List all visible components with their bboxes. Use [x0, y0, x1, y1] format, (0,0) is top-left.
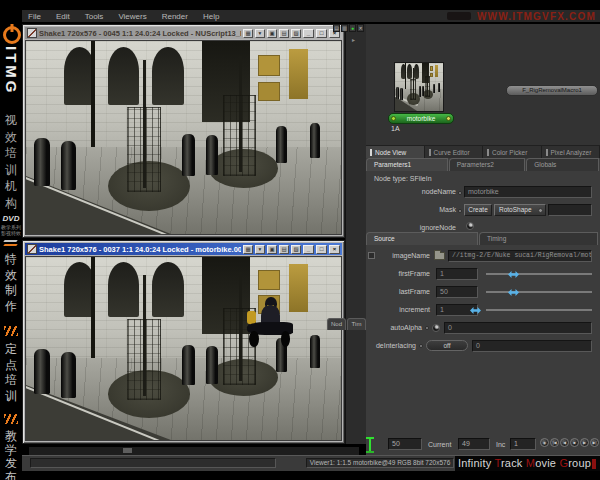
autoalpha-toggle[interactable]	[432, 324, 440, 332]
tab-globals[interactable]: Globals	[526, 158, 599, 171]
mask-input-field[interactable]	[548, 204, 592, 216]
tab-time-mini[interactable]: Tim	[347, 318, 366, 330]
firstframe-slider-track	[486, 273, 592, 275]
slash-icon	[4, 326, 18, 336]
scroll-arrow-icon[interactable]: ▸	[352, 36, 355, 43]
imagename-field[interactable]: //itmg-2/E/Nuke sucai/RigRemoval/motorbi…	[448, 250, 592, 262]
scene-bollard	[422, 86, 424, 96]
viewer-tool-icon-1[interactable]: ▦	[243, 29, 253, 38]
tab-node-mini[interactable]: Nod	[327, 318, 346, 330]
scene-bollard	[34, 349, 50, 395]
viewer1-image[interactable]	[25, 40, 342, 235]
tab-node-view[interactable]: Node View	[366, 146, 425, 158]
viewer2-titlebar[interactable]: Shake1 720x576 - 0037 1:1 24.0:24 Locked…	[25, 243, 342, 255]
sidebar-tagline: 视 效 培 训 机 构	[0, 112, 22, 211]
pane-split-icon[interactable]: ▥	[341, 24, 348, 32]
mask-cycle-icon[interactable]	[538, 208, 543, 213]
deinterlacing-expander-icon[interactable]	[419, 344, 423, 348]
viewer-tool-icon-1[interactable]: ▦	[243, 245, 253, 254]
end-frame-field[interactable]: 50	[388, 438, 422, 450]
status-bar: Viewer1: 1:1.5 motorbike@49 RGB 8bit 720…	[22, 455, 600, 471]
street-scene-frame-45	[26, 41, 341, 234]
street-scene-frame-37	[26, 257, 341, 440]
loop-button[interactable]: ◉	[540, 438, 549, 447]
scene-bollard	[61, 141, 77, 189]
increment-tb-field[interactable]: 1	[510, 438, 536, 450]
node-motorbike[interactable]: motorbike	[388, 113, 454, 124]
tab-source[interactable]: Source	[366, 232, 478, 245]
playhead-marker[interactable]	[369, 437, 371, 453]
ignorenode-toggle[interactable]	[466, 222, 474, 230]
scene-arched-window	[108, 262, 140, 317]
scene-bollard	[438, 83, 440, 92]
current-frame-field[interactable]: 49	[458, 438, 490, 450]
timeline-handle[interactable]	[123, 448, 132, 453]
folder-browse-icon[interactable]	[434, 252, 445, 260]
tab-timing[interactable]: Timing	[479, 232, 598, 245]
mask-label: Mask	[366, 206, 456, 213]
viewer1-titlebar[interactable]: Shake1 720x576 - 0045 1:1 24.0:24 Locked…	[25, 27, 342, 39]
viewer-tool-icon-5[interactable]: ▧	[291, 29, 301, 38]
autoalpha-expander-icon[interactable]	[425, 326, 429, 330]
play-forward-button[interactable]: ▶	[580, 438, 589, 447]
node-thumbnail[interactable]	[394, 62, 444, 112]
viewer-tool-icon-2[interactable]: ▾	[255, 245, 265, 254]
viewer-tool-icon-3[interactable]: ▣	[267, 29, 277, 38]
viewer1-window: Shake1 720x576 - 0045 1:1 24.0:24 Locked…	[22, 24, 345, 238]
scene-gold-plaque	[435, 65, 438, 77]
go-end-button[interactable]: ▶|	[590, 438, 599, 447]
pane-layout-icon[interactable]: ▤	[333, 24, 340, 32]
viewer2-title: Shake1 720x576 - 0037 1:1 24.0:24 Locked…	[39, 245, 241, 254]
maximize-button[interactable]: □	[316, 29, 327, 38]
sidebar-text-course-release: 教 学 发 布	[0, 430, 22, 480]
scene-motorbike-rider	[247, 297, 294, 348]
viewer-tool-icon-4[interactable]: ▤	[279, 245, 289, 254]
node-rigremoval-macro[interactable]: F_RigRemovalMacro1	[506, 85, 598, 96]
nodename-field[interactable]: motorbike	[464, 186, 592, 198]
scene-gold-plaque	[258, 55, 280, 76]
go-start-button[interactable]: |◀	[550, 438, 559, 447]
scene-arched-window	[152, 47, 184, 105]
viewer-tool-icon-4[interactable]: ▤	[279, 29, 289, 38]
pane-control-icons: ▤ ▥ ● ✕	[333, 24, 364, 32]
menu-help[interactable]: Help	[203, 12, 219, 21]
play-backward-button[interactable]: ◀	[560, 438, 569, 447]
scene-arched-window	[407, 64, 412, 78]
viewer-tool-icon-5[interactable]: ▧	[291, 245, 301, 254]
menu-render[interactable]: Render	[162, 12, 188, 21]
menu-edit[interactable]: Edit	[56, 12, 70, 21]
close-button[interactable]: ×	[329, 245, 340, 254]
mask-shape-dropdown[interactable]: RotoShape	[494, 204, 546, 216]
tab-color-picker[interactable]: Color Picker	[483, 146, 542, 158]
nodename-expander-icon[interactable]	[458, 191, 462, 195]
viewer2-image[interactable]	[25, 256, 342, 441]
parameter-tabs: Parameters1 Parameters2 Globals	[366, 158, 600, 171]
pane-divider-strip[interactable]: ▸	[345, 24, 367, 444]
stop-button[interactable]: ■	[570, 438, 579, 447]
lastframe-field[interactable]: 50	[436, 286, 478, 298]
mask-create-button[interactable]: Create	[464, 204, 492, 216]
workspace-tabs: Node View Curve Editor Color Picker Pixe…	[366, 146, 600, 158]
tab-curve-editor[interactable]: Curve Editor	[425, 146, 484, 158]
node-view-canvas[interactable]: motorbike 1A F_RigRemovalMacro1	[366, 24, 600, 146]
maximize-button[interactable]: □	[316, 245, 327, 254]
scene-bollard	[396, 87, 398, 99]
menu-file[interactable]: File	[28, 12, 41, 21]
tab-parameters2[interactable]: Parameters2	[449, 158, 526, 171]
viewer-tool-icon-2[interactable]: ▾	[255, 29, 265, 38]
menu-viewers[interactable]: Viewers	[118, 12, 146, 21]
deinterlacing-field[interactable]: 0	[472, 340, 592, 352]
autoalpha-field[interactable]: 0	[444, 322, 592, 334]
mask-expander-icon[interactable]	[458, 209, 462, 213]
deinterlacing-dropdown[interactable]: off	[426, 340, 468, 351]
dvd-logo-text: DVD	[0, 214, 22, 223]
pane-close-icon[interactable]: ✕	[357, 24, 364, 32]
ignorenode-label: ignoreNode	[366, 224, 456, 231]
tab-parameters1[interactable]: Parameters1	[366, 158, 448, 171]
viewer-tool-icon-3[interactable]: ▣	[267, 245, 277, 254]
menu-tools[interactable]: Tools	[85, 12, 104, 21]
minimize-button[interactable]: _	[303, 245, 314, 254]
firstframe-field[interactable]: 1	[436, 268, 478, 280]
tab-pixel-analyzer[interactable]: Pixel Analyzer	[542, 146, 600, 158]
minimize-button[interactable]: _	[303, 29, 314, 38]
